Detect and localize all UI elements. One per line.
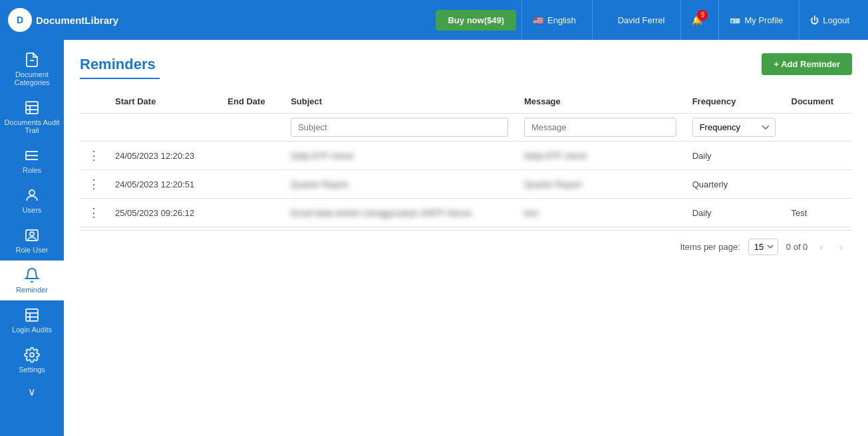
- items-per-page-label: Items per page:: [680, 242, 740, 252]
- row-document: [784, 142, 852, 170]
- sidebar-item-users[interactable]: Users: [0, 181, 64, 221]
- sidebar: Document Categories Documents Audit Trai…: [0, 40, 64, 436]
- row-context-menu-button[interactable]: ⋮: [88, 177, 99, 191]
- sidebar-label: Login Audits: [12, 326, 52, 334]
- filter-row: Frequency Daily Weekly Monthly Quarterly…: [80, 114, 852, 142]
- row-start-date: 24/05/2023 12:20:51: [107, 170, 219, 199]
- sidebar-item-roles[interactable]: Roles: [0, 141, 64, 181]
- language-selector[interactable]: 🇺🇸 English: [521, 0, 587, 40]
- title-underline: [80, 78, 160, 79]
- frequency-filter-select[interactable]: Frequency Daily Weekly Monthly Quarterly…: [692, 118, 776, 137]
- app-logo[interactable]: D DocumentLibrary: [8, 8, 118, 32]
- table-header-row: Start Date End Date Subject Message Freq…: [80, 90, 852, 114]
- row-message: test: [516, 199, 684, 227]
- row-end-date: [219, 199, 283, 227]
- svg-rect-1: [26, 102, 38, 114]
- pagination-prev-button[interactable]: ‹: [815, 240, 827, 255]
- app-header: D DocumentLibrary Buy now($49) 🇺🇸 Englis…: [0, 0, 868, 40]
- sidebar-item-login-audits[interactable]: Login Audits: [0, 300, 64, 340]
- filter-start-date-cell: [107, 114, 219, 142]
- row-subject-text: Daily ETF check: [291, 151, 354, 161]
- col-menu: [80, 90, 107, 114]
- svg-point-9: [29, 190, 35, 195]
- page-info: 0 of 0: [786, 242, 808, 252]
- col-document: Document: [784, 90, 852, 114]
- pagination-bar: Items per page: 10 15 25 50 0 of 0 ‹ ›: [80, 230, 852, 263]
- row-document: [784, 170, 852, 199]
- col-start-date: Start Date: [107, 90, 219, 114]
- reminders-table: Start Date End Date Subject Message Freq…: [80, 90, 852, 227]
- logout-label: Logout: [823, 15, 849, 25]
- row-subject-text: Email tidak terkiim menggunakan SMTP Ser…: [291, 208, 472, 218]
- row-end-date: [219, 170, 283, 199]
- buy-now-button[interactable]: Buy now($49): [436, 10, 516, 31]
- row-message-text: Quarter Report: [524, 179, 582, 189]
- items-per-page-select[interactable]: 10 15 25 50: [748, 239, 778, 255]
- table-row: ⋮ 25/05/2023 09:26:12 Email tidak terkii…: [80, 199, 852, 227]
- pagination-next-button[interactable]: ›: [835, 240, 847, 255]
- app-name: DocumentLibrary: [36, 15, 118, 26]
- table-icon: [24, 100, 40, 116]
- sidebar-label: Documents Audit Trail: [4, 118, 60, 134]
- row-start-date: 24/05/2023 12:20:23: [107, 142, 219, 170]
- sidebar-label: Roles: [23, 166, 41, 174]
- sidebar-label: Settings: [19, 366, 45, 374]
- row-document: Test: [784, 199, 852, 227]
- login-audits-icon: [24, 307, 40, 323]
- filter-message-cell: [516, 114, 684, 142]
- sidebar-chevron[interactable]: ∨: [23, 380, 41, 403]
- sidebar-item-role-user[interactable]: Role User: [0, 221, 64, 261]
- roles-icon: [24, 148, 40, 164]
- filter-menu-cell: [80, 114, 107, 142]
- add-reminder-button[interactable]: + Add Reminder: [762, 53, 852, 75]
- table-row: ⋮ 24/05/2023 12:20:51 Quarter Report Qua…: [80, 170, 852, 199]
- page-title: Reminders: [80, 56, 156, 73]
- col-frequency: Frequency: [684, 90, 784, 114]
- file-icon: [24, 52, 40, 68]
- logout-nav[interactable]: ⏻ Logout: [799, 0, 860, 40]
- row-context-menu-button[interactable]: ⋮: [88, 206, 99, 219]
- filter-frequency-cell: Frequency Daily Weekly Monthly Quarterly…: [684, 114, 784, 142]
- row-subject-text: Quarter Report: [291, 179, 349, 189]
- sidebar-label: Users: [23, 206, 42, 214]
- table-row: ⋮ 24/05/2023 12:20:23 Daily ETF check Da…: [80, 142, 852, 170]
- sidebar-label: Reminder: [16, 286, 48, 294]
- language-label: English: [547, 15, 576, 25]
- svg-point-16: [30, 353, 34, 357]
- user-label: David Ferrel: [618, 15, 665, 25]
- sidebar-item-reminder[interactable]: Reminder: [0, 261, 64, 300]
- row-context-menu-button[interactable]: ⋮: [88, 149, 99, 162]
- row-menu-cell: ⋮: [80, 170, 107, 199]
- row-menu-cell: ⋮: [80, 199, 107, 227]
- user-icon: 👤: [603, 15, 614, 25]
- sidebar-item-settings[interactable]: Settings: [0, 340, 64, 380]
- notifications-nav[interactable]: 🔔 9: [680, 0, 713, 40]
- svg-rect-12: [26, 309, 38, 321]
- sidebar-label: Document Categories: [4, 70, 60, 86]
- row-message: Daily ETF check: [516, 142, 684, 170]
- settings-icon: [24, 347, 40, 363]
- filter-document-cell: [784, 114, 852, 142]
- my-profile-nav[interactable]: 🪪 My Profile: [718, 0, 794, 40]
- page-header: Reminders + Add Reminder: [80, 53, 852, 75]
- role-user-icon: [24, 227, 40, 243]
- profile-icon: 🪪: [730, 15, 740, 25]
- row-start-date: 25/05/2023 09:26:12: [107, 199, 219, 227]
- notification-count: 9: [697, 10, 708, 21]
- row-message: Quarter Report: [516, 170, 684, 199]
- sidebar-item-document-categories[interactable]: Document Categories: [0, 45, 64, 93]
- message-filter-input[interactable]: [524, 118, 676, 137]
- row-end-date: [219, 142, 283, 170]
- col-message: Message: [516, 90, 684, 114]
- bell-icon: [24, 267, 40, 283]
- row-frequency: Quarterly: [684, 170, 784, 199]
- filter-end-date-cell: [219, 114, 283, 142]
- logout-icon: ⏻: [810, 15, 819, 25]
- col-subject: Subject: [283, 90, 516, 114]
- subject-filter-input[interactable]: [291, 118, 508, 137]
- sidebar-item-documents-audit-trail[interactable]: Documents Audit Trail: [0, 93, 64, 141]
- svg-point-11: [30, 232, 34, 236]
- user-profile-nav[interactable]: 👤 David Ferrel: [592, 0, 676, 40]
- layout: Document Categories Documents Audit Trai…: [0, 40, 868, 436]
- row-menu-cell: ⋮: [80, 142, 107, 170]
